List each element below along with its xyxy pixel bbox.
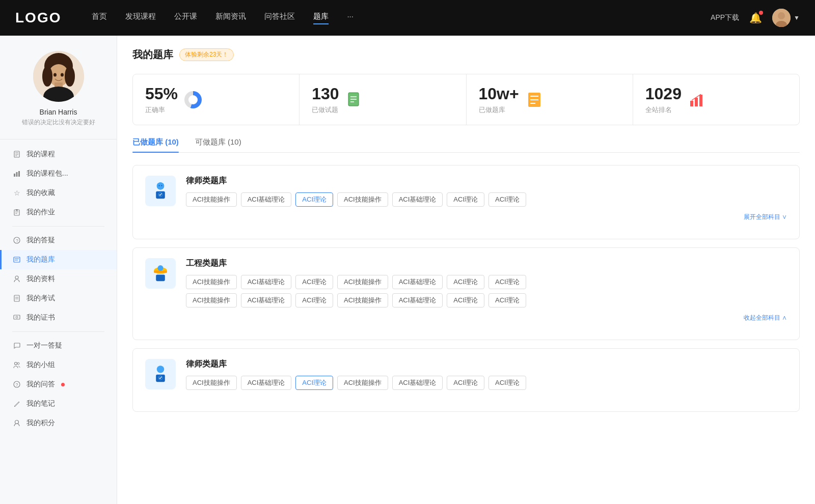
list-orange-icon: [525, 91, 544, 109]
expand-link-lawyer-1[interactable]: 展开全部科目 ∨: [186, 211, 787, 221]
tag-active[interactable]: ACI理论: [295, 192, 333, 207]
main-layout: Brian Harris 错误的决定比没有决定要好 我的课程 我的课程包... …: [0, 36, 815, 504]
lawyer2-icon: [145, 359, 176, 389]
tag[interactable]: ACI基础理论: [392, 192, 443, 207]
clipboard-icon: [12, 208, 21, 217]
engineer-icon: [145, 258, 176, 289]
stat-done-questions: 130 已做试题: [300, 74, 466, 125]
donut-chart-icon: [184, 91, 202, 109]
group-icon: [12, 360, 21, 370]
tag[interactable]: ACI理论: [295, 275, 333, 289]
header: LOGO 首页 发现课程 公开课 新闻资讯 问答社区 题库 ··· APP下载 …: [0, 0, 815, 36]
category-title-lawyer-1: 律师类题库: [186, 176, 787, 186]
nav-open-course[interactable]: 公开课: [174, 12, 197, 24]
tag[interactable]: ACI理论: [488, 192, 526, 207]
profile-avatar: [33, 51, 84, 102]
nav-home[interactable]: 首页: [92, 12, 107, 24]
sidebar-item-notes[interactable]: 我的笔记: [0, 394, 117, 413]
svg-text:?: ?: [16, 238, 18, 243]
svg-point-33: [16, 316, 18, 318]
sidebar-item-one-on-one[interactable]: 一对一答疑: [0, 336, 117, 355]
stat-accuracy: 55% 正确率: [133, 74, 300, 125]
tag[interactable]: ACI技能操作: [337, 376, 388, 390]
category-lawyer-1: 律师类题库 ACI技能操作 ACI基础理论 ACI理论 ACI技能操作 ACI基…: [132, 165, 800, 239]
sidebar-item-label: 我的作业: [26, 208, 55, 217]
notification-bell-icon[interactable]: 🔔: [749, 12, 762, 24]
sidebar-item-questions[interactable]: ? 我的问答: [0, 375, 117, 394]
stat-accuracy-value: 55%: [145, 85, 178, 103]
sidebar-item-homework[interactable]: 我的作业: [0, 203, 117, 222]
tag[interactable]: ACI基础理论: [241, 192, 292, 207]
sidebar-item-exam[interactable]: 我的考试: [0, 289, 117, 308]
tag[interactable]: ACI技能操作: [337, 275, 388, 289]
sidebar-item-label: 我的资料: [26, 274, 55, 284]
tag[interactable]: ACI理论: [447, 192, 484, 207]
tag[interactable]: ACI理论: [295, 293, 333, 307]
sidebar-item-quiz[interactable]: 我的题库: [0, 250, 117, 269]
sidebar-item-group[interactable]: 我的小组: [0, 355, 117, 375]
svg-point-56: [161, 185, 162, 186]
tag[interactable]: ACI技能操作: [186, 275, 237, 289]
nav-quiz[interactable]: 题库: [313, 12, 329, 24]
profile-icon: [12, 274, 21, 284]
trial-badge: 体验剩余23天！: [179, 48, 234, 61]
tag[interactable]: ACI理论: [447, 293, 484, 307]
points-icon: [12, 418, 21, 428]
page-header: 我的题库 体验剩余23天！: [132, 48, 800, 62]
svg-point-54: [157, 182, 164, 189]
tag[interactable]: ACI基础理论: [241, 293, 292, 307]
tag[interactable]: ACI理论: [488, 293, 526, 307]
sidebar-item-qa[interactable]: ? 我的答疑: [0, 231, 117, 250]
app-download-link[interactable]: APP下载: [711, 13, 739, 22]
sidebar-item-profile[interactable]: 我的资料: [0, 269, 117, 289]
logo: LOGO: [15, 10, 61, 26]
tag[interactable]: ACI基础理论: [241, 376, 292, 390]
sidebar-item-my-courses[interactable]: 我的课程: [0, 145, 117, 164]
sidebar-item-certificate[interactable]: 我的证书: [0, 308, 117, 327]
nav-qa[interactable]: 问答社区: [264, 12, 295, 24]
tag[interactable]: ACI基础理论: [392, 376, 443, 390]
nav-discover[interactable]: 发现课程: [125, 12, 156, 24]
svg-text:?: ?: [16, 382, 18, 387]
sidebar-item-favorites[interactable]: ☆ 我的收藏: [0, 183, 117, 203]
tag[interactable]: ACI理论: [447, 275, 484, 289]
sidebar-item-label: 我的题库: [26, 255, 55, 264]
user-menu[interactable]: ▼: [772, 9, 800, 27]
sidebar-item-label: 我的问答: [26, 380, 55, 389]
tag[interactable]: ACI理论: [447, 376, 484, 390]
svg-point-10: [53, 73, 57, 77]
tag[interactable]: ACI技能操作: [337, 293, 388, 307]
avatar: [772, 9, 791, 27]
sidebar-item-label: 我的课程包...: [26, 169, 68, 178]
tag[interactable]: ACI基础理论: [241, 275, 292, 289]
tag[interactable]: ACI技能操作: [337, 192, 388, 207]
category-title-engineer: 工程类题库: [186, 258, 787, 269]
sidebar-item-points[interactable]: 我的积分: [0, 413, 117, 433]
tab-available-banks[interactable]: 可做题库 (10): [195, 137, 241, 152]
nav-more[interactable]: ···: [347, 12, 354, 24]
tags-row-engineer-2: ACI技能操作 ACI基础理论 ACI理论 ACI技能操作 ACI基础理论 AC…: [186, 293, 787, 307]
stat-done-banks-value: 10w+: [479, 85, 519, 103]
exam-icon: [12, 294, 21, 303]
svg-point-55: [158, 185, 159, 186]
dropdown-arrow-icon: ▼: [794, 14, 800, 21]
tag-active[interactable]: ACI理论: [295, 376, 333, 390]
sidebar-item-label: 我的课程: [26, 150, 55, 159]
star-icon: ☆: [12, 188, 21, 198]
svg-rect-16: [14, 174, 15, 177]
collapse-link-engineer[interactable]: 收起全部科目 ∧: [186, 312, 787, 322]
tag[interactable]: ACI理论: [488, 376, 526, 390]
tag[interactable]: ACI基础理论: [392, 275, 443, 289]
tab-done-banks[interactable]: 已做题库 (10): [132, 137, 179, 152]
tag[interactable]: ACI技能操作: [186, 376, 237, 390]
stat-rank-label: 全站排名: [645, 105, 682, 115]
tag[interactable]: ACI技能操作: [186, 192, 237, 207]
sidebar-item-course-package[interactable]: 我的课程包...: [0, 164, 117, 183]
question2-icon: ?: [12, 380, 21, 389]
svg-point-62: [157, 366, 164, 373]
tag[interactable]: ACI基础理论: [392, 293, 443, 307]
sidebar-item-label: 我的收藏: [26, 188, 55, 198]
tag[interactable]: ACI技能操作: [186, 293, 237, 307]
nav-news[interactable]: 新闻资讯: [215, 12, 246, 24]
tag[interactable]: ACI理论: [488, 275, 526, 289]
